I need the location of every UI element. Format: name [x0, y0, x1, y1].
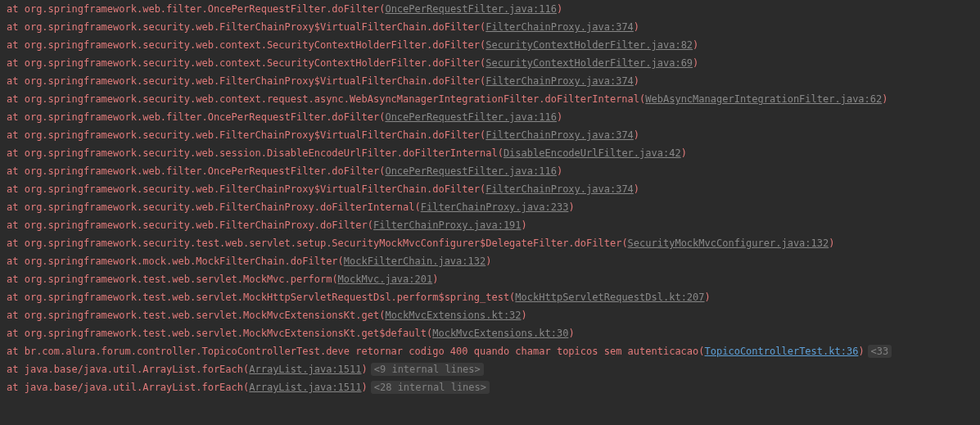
close-paren: )	[485, 255, 491, 267]
at-prefix: at	[7, 237, 25, 249]
method-path: org.springframework.test.web.servlet.Moc…	[25, 310, 379, 321]
close-paren: )	[858, 346, 864, 357]
stack-trace-line: at java.base/java.util.ArrayList.forEach…	[7, 360, 973, 378]
at-prefix: at	[7, 93, 25, 105]
internal-lines-badge[interactable]: <9 internal lines>	[371, 363, 484, 376]
at-prefix: at	[7, 129, 25, 141]
stack-trace-line: at org.springframework.security.web.Filt…	[7, 72, 973, 90]
source-link[interactable]: FilterChainProxy.java:374	[485, 183, 634, 195]
source-link[interactable]: OncePerRequestFilter.java:116	[385, 3, 557, 15]
at-prefix: at	[7, 3, 25, 15]
stack-trace-line: at org.springframework.web.filter.OncePe…	[7, 0, 973, 18]
open-paren: (	[368, 219, 373, 231]
source-link[interactable]: ArrayList.java:1511	[249, 382, 361, 393]
method-path: org.springframework.security.web.FilterC…	[25, 75, 480, 87]
method-path: org.springframework.security.web.session…	[25, 147, 498, 159]
source-link[interactable]: MockHttpServletRequestDsl.kt:207	[515, 292, 704, 303]
source-link[interactable]: FilterChainProxy.java:374	[485, 129, 634, 141]
stack-trace-line: at org.springframework.security.web.Filt…	[7, 126, 973, 144]
source-link[interactable]: OncePerRequestFilter.java:116	[385, 111, 557, 123]
method-path: org.springframework.security.web.FilterC…	[25, 219, 368, 231]
source-link[interactable]: WebAsyncManagerIntegrationFilter.java:62	[645, 93, 882, 105]
open-paren: (	[338, 255, 344, 267]
stack-trace-line: at org.springframework.mock.web.MockFilt…	[7, 252, 973, 270]
method-path: org.springframework.test.web.servlet.Moc…	[25, 292, 509, 303]
at-prefix: at	[7, 346, 25, 357]
method-path: org.springframework.web.filter.OncePerRe…	[25, 165, 379, 177]
at-prefix: at	[7, 147, 25, 159]
source-link[interactable]: MockMvcExtensions.kt:30	[432, 328, 568, 339]
stack-trace-line: at org.springframework.security.web.cont…	[7, 36, 973, 54]
open-paren: (	[332, 274, 337, 285]
method-path: org.springframework.security.web.context…	[25, 39, 480, 51]
at-prefix: at	[7, 111, 25, 123]
method-path: org.springframework.security.web.FilterC…	[25, 129, 480, 141]
stack-trace-line: at org.springframework.security.web.cont…	[7, 90, 973, 108]
source-link[interactable]: FilterChainProxy.java:233	[421, 201, 569, 213]
at-prefix: at	[7, 165, 25, 177]
stack-trace-line: at org.springframework.test.web.servlet.…	[7, 324, 973, 342]
source-link[interactable]: MockMvcExtensions.kt:32	[385, 310, 521, 321]
source-link[interactable]: ArrayList.java:1511	[249, 364, 361, 375]
stack-trace-line: at org.springframework.security.web.sess…	[7, 144, 973, 162]
close-paren: )	[568, 201, 574, 213]
source-link[interactable]: TopicoControllerTest.kt:36	[705, 346, 859, 357]
stack-trace-line: at br.com.alura.forum.controller.TopicoC…	[7, 342, 973, 360]
open-paren: (	[415, 201, 421, 213]
at-prefix: at	[7, 328, 25, 339]
source-link[interactable]: FilterChainProxy.java:374	[485, 21, 634, 33]
method-path: org.springframework.test.web.servlet.Moc…	[25, 274, 332, 285]
stack-trace-line: at java.base/java.util.ArrayList.forEach…	[7, 378, 973, 396]
close-paren: )	[705, 292, 711, 303]
source-link[interactable]: SecurityContextHolderFilter.java:69	[485, 57, 693, 69]
method-path: org.springframework.mock.web.MockFilterC…	[25, 255, 338, 267]
open-paren: (	[498, 147, 504, 159]
close-paren: )	[634, 75, 639, 87]
at-prefix: at	[7, 201, 25, 213]
source-link[interactable]: FilterChainProxy.java:374	[485, 75, 634, 87]
stack-trace-line: at org.springframework.security.web.cont…	[7, 54, 973, 72]
stack-trace-container: at org.springframework.web.filter.OncePe…	[7, 0, 973, 396]
close-paren: )	[557, 165, 562, 177]
method-path: br.com.alura.forum.controller.TopicoCont…	[25, 346, 699, 357]
at-prefix: at	[7, 39, 25, 51]
stack-trace-line: at org.springframework.security.web.Filt…	[7, 216, 973, 234]
stack-trace-line: at org.springframework.test.web.servlet.…	[7, 306, 973, 324]
close-paren: )	[522, 310, 527, 321]
stack-trace-line: at org.springframework.test.web.servlet.…	[7, 288, 973, 306]
at-prefix: at	[7, 255, 25, 267]
close-paren: )	[362, 364, 368, 375]
method-path: org.springframework.web.filter.OncePerRe…	[25, 3, 379, 15]
at-prefix: at	[7, 21, 25, 33]
internal-lines-badge[interactable]: <28 internal lines>	[371, 381, 490, 394]
source-link[interactable]: FilterChainProxy.java:191	[373, 219, 522, 231]
stack-trace-line: at org.springframework.security.web.Filt…	[7, 18, 973, 36]
method-path: java.base/java.util.ArrayList.forEach	[25, 364, 243, 375]
source-link[interactable]: MockFilterChain.java:132	[344, 255, 485, 267]
source-link[interactable]: MockMvc.java:201	[338, 274, 433, 285]
close-paren: )	[432, 274, 438, 285]
open-paren: (	[621, 237, 627, 249]
at-prefix: at	[7, 274, 25, 285]
method-path: org.springframework.security.web.context…	[25, 93, 639, 105]
open-paren: (	[698, 346, 704, 357]
source-link[interactable]: DisableEncodeUrlFilter.java:42	[504, 147, 681, 159]
source-link[interactable]: OncePerRequestFilter.java:116	[385, 165, 557, 177]
source-link[interactable]: SecurityContextHolderFilter.java:82	[485, 39, 693, 51]
close-paren: )	[634, 129, 639, 141]
stack-trace-line: at org.springframework.security.web.Filt…	[7, 198, 973, 216]
close-paren: )	[557, 111, 562, 123]
stack-trace-line: at org.springframework.security.test.web…	[7, 234, 973, 252]
close-paren: )	[693, 57, 698, 69]
at-prefix: at	[7, 183, 25, 195]
close-paren: )	[522, 219, 527, 231]
more-badge[interactable]: <33	[868, 345, 892, 358]
close-paren: )	[693, 39, 698, 51]
source-link[interactable]: SecurityMockMvcConfigurer.java:132	[628, 237, 829, 249]
method-path: org.springframework.security.web.FilterC…	[25, 21, 480, 33]
close-paren: )	[557, 3, 562, 15]
close-paren: )	[634, 183, 639, 195]
close-paren: )	[362, 382, 368, 393]
method-path: org.springframework.security.test.web.se…	[25, 237, 622, 249]
method-path: java.base/java.util.ArrayList.forEach	[25, 382, 243, 393]
